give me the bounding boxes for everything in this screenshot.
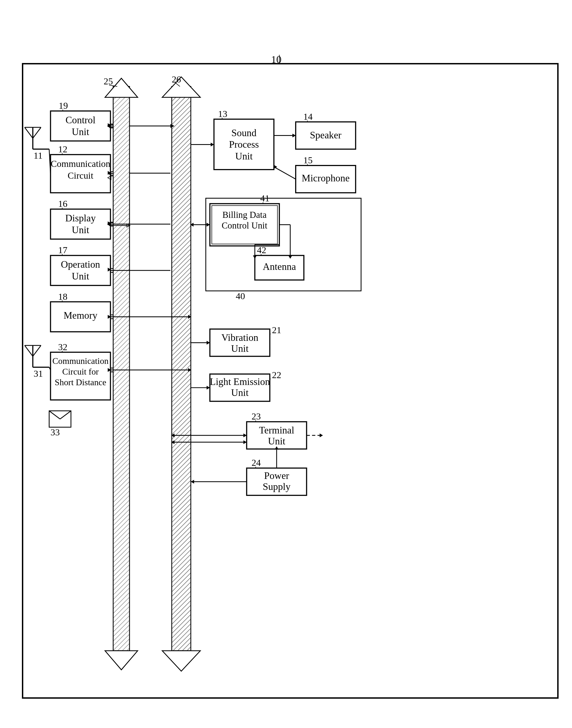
diagram-svg: Control Unit 19 Communication Circuit 12… [23,64,557,697]
svg-text:Unit: Unit [231,343,248,354]
svg-text:Control Unit: Control Unit [221,220,267,230]
svg-line-142 [274,167,296,179]
svg-text:Display: Display [65,213,95,223]
svg-text:33: 33 [50,427,60,437]
svg-text:Unit: Unit [231,387,248,398]
main-diagram-box: Control Unit 19 Communication Circuit 12… [22,63,559,699]
svg-text:Antenna: Antenna [263,261,296,272]
svg-text:Process: Process [229,139,259,150]
svg-text:Sound: Sound [231,127,257,138]
svg-line-94 [33,345,41,356]
svg-text:Circuit for: Circuit for [62,367,99,377]
svg-text:Speaker: Speaker [310,130,342,141]
svg-text:42: 42 [257,245,267,255]
ref-leader-10 [277,53,293,64]
page: Control Unit 19 Communication Circuit 12… [0,0,572,728]
svg-text:Communication: Communication [52,356,109,366]
svg-text:17: 17 [58,245,67,255]
svg-line-87 [25,127,33,138]
svg-text:Circuit: Circuit [68,171,94,181]
svg-text:16: 16 [58,199,67,209]
svg-text:25: 25 [103,76,113,86]
svg-text:Unit: Unit [268,436,285,447]
svg-rect-6 [172,86,191,651]
svg-text:Light Emission: Light Emission [210,376,270,387]
svg-text:40: 40 [236,291,245,301]
svg-text:Unit: Unit [72,271,89,282]
svg-text:Unit: Unit [72,224,89,236]
svg-text:11: 11 [34,150,43,160]
svg-text:31: 31 [34,369,43,379]
svg-text:15: 15 [303,155,313,165]
svg-text:32: 32 [58,342,67,352]
svg-text:Terminal: Terminal [259,425,294,436]
svg-text:23: 23 [252,411,261,421]
svg-marker-8 [162,651,200,671]
svg-text:Vibration: Vibration [221,332,258,343]
svg-line-93 [25,345,33,356]
svg-text:Control: Control [65,115,95,126]
svg-marker-164 [319,434,323,437]
svg-text:26: 26 [172,74,181,84]
svg-text:Unit: Unit [235,151,253,162]
svg-line-88 [33,127,41,138]
svg-text:18: 18 [58,291,67,302]
svg-marker-7 [162,77,200,97]
svg-rect-2 [113,86,130,651]
svg-text:12: 12 [58,144,67,154]
svg-text:22: 22 [272,370,281,380]
svg-text:21: 21 [272,325,281,335]
svg-text:14: 14 [303,112,313,122]
svg-text:13: 13 [218,109,227,119]
svg-marker-4 [105,651,137,670]
svg-text:Unit: Unit [72,126,89,137]
svg-text:Communication: Communication [51,159,110,169]
svg-text:19: 19 [59,101,68,111]
svg-text:Billing Data: Billing Data [222,210,267,220]
svg-text:Memory: Memory [64,310,97,321]
svg-text:24: 24 [252,458,261,468]
svg-marker-166 [191,480,194,483]
svg-text:Operation: Operation [61,259,100,270]
svg-text:Power: Power [264,470,289,481]
svg-text:Microphone: Microphone [302,173,350,184]
svg-text:Supply: Supply [263,481,291,492]
svg-text:Short Distance: Short Distance [55,378,106,387]
